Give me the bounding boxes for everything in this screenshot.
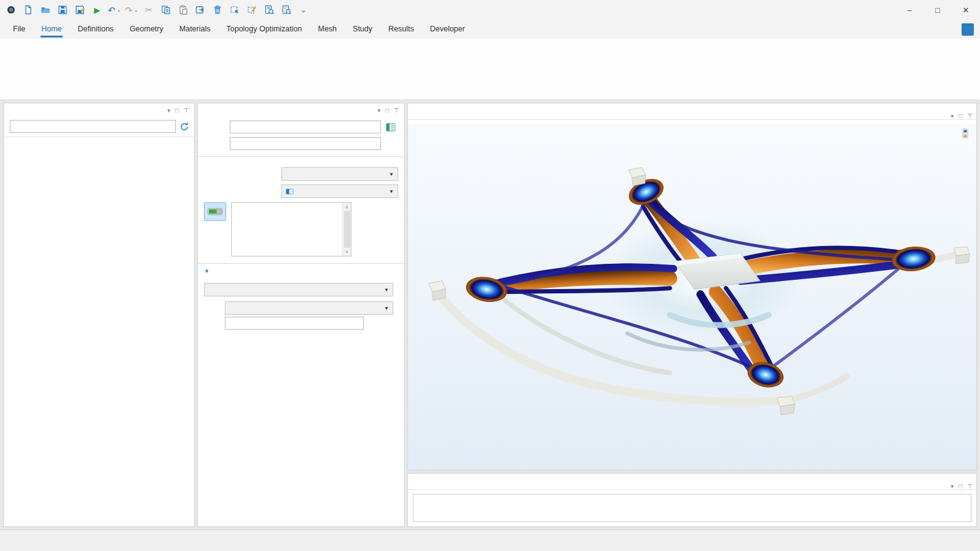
panel-menu-icon[interactable]: ▾	[951, 113, 954, 119]
preview-all-button[interactable]	[279, 2, 294, 17]
graphics-panel: ▾ □ ⊤	[407, 103, 977, 470]
menu-tab-definitions[interactable]: Definitions	[71, 21, 120, 38]
menu-tab-file[interactable]: File	[6, 21, 32, 38]
save-as-button[interactable]	[73, 2, 87, 17]
menu-tab-mesh[interactable]: Mesh	[311, 21, 343, 38]
panel-float-icon[interactable]: □	[175, 107, 179, 114]
corner-block	[954, 247, 970, 264]
comsol-window: ▶↶⌄↷⌄✂⌄ – □ ✕ FileHomeDefinitionsGeometr…	[0, 0, 980, 551]
filter-radius-caption	[198, 296, 404, 301]
selection-list-buttons	[356, 202, 391, 256]
tree-filter-input[interactable]	[10, 120, 176, 133]
panel-float-icon[interactable]: □	[958, 483, 962, 490]
minimize-button[interactable]: –	[895, 0, 923, 20]
select-button[interactable]	[227, 2, 242, 17]
model-builder-panel: ▾ □ ⊤	[3, 103, 195, 527]
panel-pin-icon[interactable]: ⊤	[184, 107, 189, 114]
menu-tab-study[interactable]: Study	[346, 21, 379, 38]
entity-level-dropdown[interactable]: ▼	[281, 167, 398, 181]
label-input[interactable]	[230, 121, 381, 133]
model-builder-toolbar	[4, 115, 194, 120]
cut-button[interactable]: ✂	[141, 2, 156, 17]
ribbon-tabs: FileHomeDefinitionsGeometryMaterialsTopo…	[6, 21, 472, 38]
corner-block	[429, 281, 446, 301]
customize-toolbar-button[interactable]: ⌄	[296, 2, 311, 17]
filter-radius-mode-dropdown[interactable]: ▼	[225, 301, 393, 315]
drone-topology-plot	[408, 124, 976, 470]
name-input[interactable]	[230, 137, 381, 150]
new-file-button[interactable]	[21, 2, 36, 17]
help-button[interactable]	[962, 23, 974, 36]
duplicate-button[interactable]	[193, 2, 208, 17]
filter-type-caption	[198, 279, 404, 283]
graphics-canvas[interactable]	[408, 124, 976, 470]
all-domains-icon	[286, 188, 294, 196]
undo-button[interactable]: ↶⌄	[107, 2, 122, 17]
preview-button[interactable]	[262, 2, 276, 17]
selection-list[interactable]: ∧∨	[231, 202, 351, 256]
section-geometric-entity[interactable]	[198, 157, 404, 165]
delete-button[interactable]	[210, 2, 225, 17]
selection-dropdown[interactable]: ▼	[281, 184, 398, 198]
panel-menu-icon[interactable]: ▾	[167, 107, 170, 114]
model-tree	[4, 137, 194, 526]
corner-block	[777, 396, 795, 415]
messages-panel: ▾ □ ⊤	[407, 473, 977, 527]
paste-button[interactable]	[176, 2, 190, 17]
main-area: ▾ □ ⊤ ▾ □ ⊤	[0, 100, 980, 529]
menu-tab-materials[interactable]: Materials	[173, 21, 218, 38]
titlebar: ▶↶⌄↷⌄✂⌄ – □ ✕	[0, 0, 980, 20]
panel-pin-icon[interactable]: ⊤	[967, 113, 973, 119]
ribbon	[0, 39, 980, 100]
menubar: FileHomeDefinitionsGeometryMaterialsTopo…	[0, 20, 980, 39]
panel-menu-icon[interactable]: ▾	[951, 483, 954, 490]
filter-type-dropdown[interactable]: ▼	[204, 283, 393, 296]
window-controls: – □ ✕	[895, 0, 980, 20]
panel-pin-icon[interactable]: ⊤	[967, 483, 973, 490]
messages-output[interactable]	[413, 494, 971, 522]
comsol-logo	[4, 2, 18, 17]
menu-tab-results[interactable]: Results	[382, 21, 421, 38]
corner-block	[629, 167, 646, 186]
panel-pin-icon[interactable]: ⊤	[394, 107, 399, 114]
run-button[interactable]: ▶	[90, 2, 104, 17]
menu-tab-developer[interactable]: Developer	[423, 21, 472, 38]
settings-panel: ▾ □ ⊤	[197, 103, 405, 527]
active-toggle-button[interactable]	[204, 202, 226, 221]
quick-access-toolbar: ▶↶⌄↷⌄✂⌄	[0, 2, 311, 17]
copy-button[interactable]	[159, 2, 173, 17]
redo-button[interactable]: ↷⌄	[124, 2, 139, 17]
filter-radius-input[interactable]	[225, 317, 364, 330]
save-button[interactable]	[55, 2, 70, 17]
menu-tab-home[interactable]: Home	[34, 21, 68, 38]
section-filtering[interactable]: ▼	[198, 264, 404, 279]
maximize-button[interactable]: □	[923, 0, 952, 20]
menu-tab-topology-optimization[interactable]: Topology Optimization	[219, 21, 308, 38]
selection-list-scrollbar[interactable]: ∧∨	[342, 203, 351, 256]
panel-menu-icon[interactable]: ▾	[377, 107, 380, 114]
clear-selection-button[interactable]	[245, 2, 259, 17]
refresh-icon[interactable]	[179, 122, 189, 132]
panel-float-icon[interactable]: □	[385, 107, 389, 114]
statusbar	[0, 529, 980, 551]
open-button[interactable]	[38, 2, 53, 17]
close-button[interactable]: ✕	[952, 0, 980, 20]
document-properties-icon[interactable]	[386, 122, 396, 132]
color-legend-icon[interactable]	[960, 129, 970, 138]
panel-float-icon[interactable]: □	[958, 113, 962, 119]
active-switch-icon	[208, 207, 222, 216]
menu-tab-geometry[interactable]: Geometry	[123, 21, 170, 38]
